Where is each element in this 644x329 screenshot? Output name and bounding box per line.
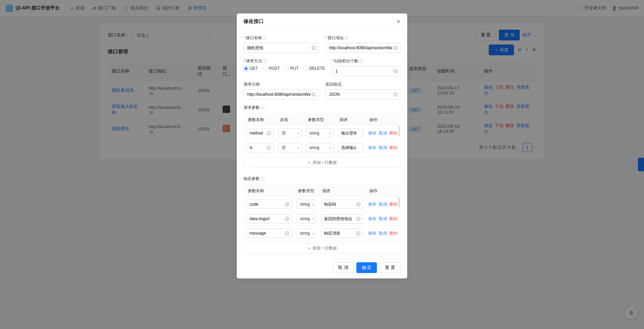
modal-title: 修改接口 — [244, 18, 264, 25]
required-select[interactable]: 否▾ — [279, 128, 302, 138]
desc-input[interactable] — [338, 128, 363, 138]
radio-put[interactable]: PUT — [284, 66, 298, 71]
chevron-down-icon: ▾ — [298, 131, 299, 135]
param-row: ✕否▾string▾保存 取消 删除 — [245, 141, 399, 154]
radio-get[interactable]: GET — [244, 66, 258, 71]
close-icon[interactable]: ✕ — [396, 19, 400, 24]
example-input[interactable] — [244, 89, 319, 99]
param-row: ✕否▾string▾保存 取消 删除 — [245, 126, 399, 140]
info-icon: ⓘ — [359, 59, 363, 64]
edit-modal: 修改接口 ✕ *接口名称 ⓘ ✕ *接口地址 ⓘ ✕ *请求方法 ⓘ GET P… — [237, 13, 407, 166]
radio-delete[interactable]: DELETE — [303, 66, 325, 71]
cost-input[interactable] — [332, 66, 400, 76]
label-url: 接口地址 — [328, 35, 344, 41]
desc-input[interactable] — [338, 143, 363, 152]
clear-icon[interactable]: ✕ — [266, 131, 271, 136]
required-select[interactable]: 否▾ — [279, 143, 302, 152]
chevron-down-icon: ▾ — [329, 131, 331, 135]
name-input[interactable] — [244, 43, 319, 53]
clear-icon[interactable]: ✕ — [393, 69, 398, 73]
add-req-param-button[interactable]: ＋ 添加一行数据 — [244, 157, 400, 166]
type-select[interactable]: string▾ — [307, 143, 334, 152]
respformat-input[interactable] — [325, 89, 400, 99]
label-name: 接口名称 — [246, 35, 262, 41]
clear-icon[interactable]: ✕ — [311, 92, 316, 97]
delete-link[interactable]: 删除 — [389, 145, 397, 150]
cancel-link[interactable]: 取消 — [379, 145, 387, 150]
method-radio-group: GET POST PUT DELETE — [244, 66, 325, 71]
clear-icon[interactable]: ✕ — [266, 145, 271, 150]
save-link[interactable]: 保存 — [368, 145, 376, 150]
scrollbar[interactable] — [398, 126, 400, 136]
delete-link[interactable]: 删除 — [389, 131, 397, 136]
cancel-link[interactable]: 取消 — [379, 131, 387, 136]
label-method: 请求方法 — [246, 58, 262, 64]
url-input[interactable] — [325, 43, 400, 53]
info-icon: ⓘ — [263, 35, 266, 40]
label-respformat: 返回格式 — [325, 82, 342, 87]
info-icon: ⓘ — [261, 105, 265, 110]
modal-header: 修改接口 ✕ — [237, 13, 407, 30]
type-select[interactable]: string▾ — [307, 128, 334, 138]
chevron-down-icon: ▾ — [329, 146, 331, 150]
chevron-down-icon: ▾ — [298, 146, 299, 150]
label-example: 请求示例 — [244, 82, 260, 87]
clear-icon[interactable]: ✕ — [311, 46, 316, 50]
save-link[interactable]: 保存 — [368, 131, 376, 136]
modal-body: *接口名称 ⓘ ✕ *接口地址 ⓘ ✕ *请求方法 ⓘ GET POST PUT… — [237, 30, 407, 166]
radio-post[interactable]: POST — [263, 66, 280, 71]
clear-icon[interactable]: ✕ — [393, 92, 398, 97]
info-icon: ⓘ — [263, 59, 266, 64]
label-cost: 扣除积分个数 — [334, 58, 358, 64]
clear-icon[interactable]: ✕ — [393, 46, 398, 50]
info-icon: ⓘ — [345, 35, 348, 40]
req-params-table: 参数名称 必填 参数类型 描述 操作 ✕否▾string▾保存 取消 删除✕否▾… — [244, 113, 400, 155]
label-reqparams: 请求参数 — [244, 105, 260, 111]
